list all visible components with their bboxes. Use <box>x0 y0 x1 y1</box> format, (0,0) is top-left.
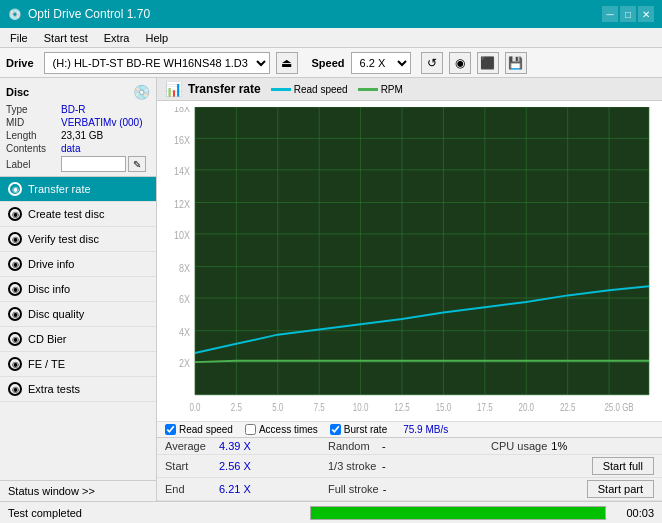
cpu-key: CPU usage <box>491 440 547 452</box>
disc-info-icon: ◉ <box>8 282 22 296</box>
svg-text:20.0: 20.0 <box>518 402 534 413</box>
extra-tests-icon: ◉ <box>8 382 22 396</box>
sidebar-item-transfer-rate[interactable]: ◉ Transfer rate <box>0 177 156 202</box>
refresh-button[interactable]: ↺ <box>421 52 443 74</box>
type-key: Type <box>6 104 61 115</box>
svg-text:6X: 6X <box>179 293 190 305</box>
read-speed-stat-label: Read speed <box>179 424 233 435</box>
sidebar-item-disc-info[interactable]: ◉ Disc info <box>0 277 156 302</box>
access-times-check-label[interactable]: Access times <box>245 424 318 435</box>
eject-button[interactable]: ⏏ <box>276 52 298 74</box>
svg-text:8X: 8X <box>179 262 190 274</box>
svg-text:2X: 2X <box>179 357 190 369</box>
burst-rate-checkbox[interactable] <box>330 424 341 435</box>
app-title: Opti Drive Control 1.70 <box>28 7 150 21</box>
status-text: Test completed <box>8 507 302 519</box>
status-time: 00:03 <box>614 507 654 519</box>
info-row-2: Start 2.56 X 1/3 stroke - Start full <box>157 455 662 478</box>
chart-stats-row: Read speed Access times Burst rate 75.9 … <box>157 421 662 437</box>
start-key: Start <box>165 460 215 472</box>
fullstroke-key: Full stroke <box>328 483 379 495</box>
fe-te-icon: ◉ <box>8 357 22 371</box>
svg-text:12.5: 12.5 <box>394 402 410 413</box>
create-test-disc-icon: ◉ <box>8 207 22 221</box>
fullstroke-val: - <box>383 483 428 495</box>
status-window-label: Status window >> <box>8 485 95 497</box>
menu-help[interactable]: Help <box>139 30 174 46</box>
chart-title-bar: 📊 Transfer rate Read speed RPM <box>157 78 662 101</box>
legend-read-speed: Read speed <box>271 84 348 95</box>
stroke13-key: 1/3 stroke <box>328 460 378 472</box>
mid-val: VERBATIMv (000) <box>61 117 143 128</box>
read-speed-checkbox[interactable] <box>165 424 176 435</box>
verify-test-disc-label: Verify test disc <box>28 233 99 245</box>
maximize-button[interactable]: □ <box>620 6 636 22</box>
stroke13-val: - <box>382 460 427 472</box>
svg-text:4X: 4X <box>179 326 190 338</box>
extra-tests-label: Extra tests <box>28 383 80 395</box>
random-val: - <box>382 440 427 452</box>
info-col-start-part: Start part <box>491 480 654 498</box>
action-button-2[interactable]: ⬛ <box>477 52 499 74</box>
contents-val: data <box>61 143 80 154</box>
info-row-1: Average 4.39 X Random - CPU usage 1% <box>157 438 662 455</box>
label-edit-button[interactable]: ✎ <box>128 156 146 172</box>
legend-read-speed-label: Read speed <box>294 84 348 95</box>
read-speed-check-label[interactable]: Read speed <box>165 424 233 435</box>
cd-bier-label: CD Bier <box>28 333 67 345</box>
action-button-1[interactable]: ◉ <box>449 52 471 74</box>
sidebar-item-extra-tests[interactable]: ◉ Extra tests <box>0 377 156 402</box>
start-full-button[interactable]: Start full <box>592 457 654 475</box>
chart-legend: Read speed RPM <box>271 84 403 95</box>
minimize-button[interactable]: ─ <box>602 6 618 22</box>
svg-text:16X: 16X <box>174 134 190 146</box>
drive-select[interactable]: (H:) HL-DT-ST BD-RE WH16NS48 1.D3 <box>44 52 270 74</box>
type-val: BD-R <box>61 104 85 115</box>
svg-text:10X: 10X <box>174 229 190 241</box>
progress-bar-container <box>310 506 606 520</box>
end-key: End <box>165 483 215 495</box>
close-button[interactable]: ✕ <box>638 6 654 22</box>
disc-quality-label: Disc quality <box>28 308 84 320</box>
speed-select[interactable]: 6.2 X <box>351 52 411 74</box>
start-part-button[interactable]: Start part <box>587 480 654 498</box>
burst-rate-check-label[interactable]: Burst rate <box>330 424 387 435</box>
sidebar-item-drive-info[interactable]: ◉ Drive info <box>0 252 156 277</box>
info-col-average: Average 4.39 X <box>165 440 328 452</box>
sidebar-item-fe-te[interactable]: ◉ FE / TE <box>0 352 156 377</box>
start-val: 2.56 X <box>219 460 264 472</box>
svg-text:17.5: 17.5 <box>477 402 493 413</box>
sidebar-item-cd-bier[interactable]: ◉ CD Bier <box>0 327 156 352</box>
access-times-checkbox[interactable] <box>245 424 256 435</box>
cd-bier-icon: ◉ <box>8 332 22 346</box>
svg-text:10.0: 10.0 <box>353 402 369 413</box>
save-button[interactable]: 💾 <box>505 52 527 74</box>
menu-start-test[interactable]: Start test <box>38 30 94 46</box>
info-col-fullstroke: Full stroke - <box>328 483 491 495</box>
menu-file[interactable]: File <box>4 30 34 46</box>
drive-info-icon: ◉ <box>8 257 22 271</box>
chart-title: Transfer rate <box>188 82 261 96</box>
info-col-end: End 6.21 X <box>165 483 328 495</box>
mid-key: MID <box>6 117 61 128</box>
sidebar-item-disc-quality[interactable]: ◉ Disc quality <box>0 302 156 327</box>
app-icon: 💿 <box>8 8 22 21</box>
sidebar-item-create-test-disc[interactable]: ◉ Create test disc <box>0 202 156 227</box>
sidebar-item-verify-test-disc[interactable]: ◉ Verify test disc <box>0 227 156 252</box>
status-window-button[interactable]: Status window >> <box>0 480 156 501</box>
svg-text:15.0: 15.0 <box>436 402 452 413</box>
svg-text:7.5: 7.5 <box>314 402 325 413</box>
random-key: Random <box>328 440 378 452</box>
sidebar-nav: ◉ Transfer rate ◉ Create test disc ◉ Ver… <box>0 177 156 480</box>
label-input[interactable] <box>61 156 126 172</box>
menu-bar: File Start test Extra Help <box>0 28 662 48</box>
average-key: Average <box>165 440 215 452</box>
length-key: Length <box>6 130 61 141</box>
label-key: Label <box>6 159 61 170</box>
access-times-stat-label: Access times <box>259 424 318 435</box>
menu-extra[interactable]: Extra <box>98 30 136 46</box>
main-content: Disc 💿 Type BD-R MID VERBATIMv (000) Len… <box>0 78 662 501</box>
burst-rate-value: 75.9 MB/s <box>403 424 448 435</box>
create-test-disc-label: Create test disc <box>28 208 104 220</box>
svg-text:0.0: 0.0 <box>189 402 200 413</box>
